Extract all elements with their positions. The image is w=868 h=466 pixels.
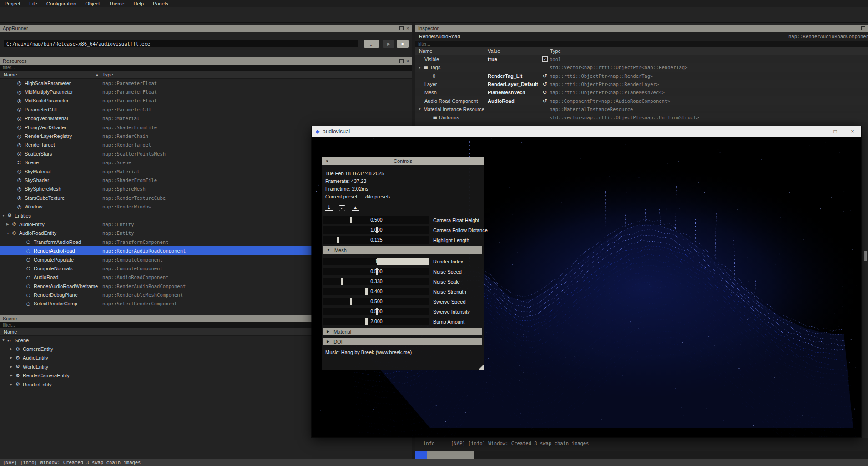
menu-item[interactable]: Theme	[109, 1, 124, 6]
property-row[interactable]: ▼ ≡ Material Instance Resource ✓ ↺ nap::…	[415, 105, 868, 113]
panel-resize-grip[interactable]	[478, 364, 484, 370]
expand-arrow-icon[interactable]: ▼	[418, 107, 424, 111]
column-name[interactable]: Name	[4, 329, 17, 334]
panel-resize-handle[interactable]: ······	[0, 53, 412, 56]
float-panel-icon[interactable]	[861, 26, 865, 30]
object-link-icon[interactable]: ↺	[542, 89, 547, 96]
column-type[interactable]: Type	[550, 48, 561, 54]
expand-arrow-icon[interactable]: ▶	[10, 365, 15, 369]
circle-icon	[26, 248, 34, 253]
property-value[interactable]: AudioRoad	[488, 98, 515, 104]
slider-track[interactable]: 0.500	[323, 268, 429, 275]
controls-section-header[interactable]: ▼ Controls	[322, 157, 484, 165]
window-title-bar[interactable]: ◆ audiovisual – □ ×	[312, 126, 861, 137]
menu-item[interactable]: Project	[5, 1, 20, 6]
slider-track[interactable]: 0.400	[323, 288, 429, 295]
property-value[interactable]: true	[488, 56, 497, 62]
property-row[interactable]: ≡ Audio Road Component AudioRoad ✓ ↺ nap…	[415, 96, 868, 105]
audiovisual-app-window[interactable]: ◆ audiovisual – □ ×	[312, 126, 861, 437]
executable-path-field[interactable]: C:/naivi/nap/bin/Release-x86_64/audiovis…	[4, 40, 358, 47]
slider-track[interactable]: 0.125	[323, 236, 429, 244]
panel-tab[interactable]	[427, 451, 439, 459]
slider-track[interactable]: 0.500	[323, 216, 429, 224]
property-row[interactable]: ≡ 0 RenderTag_Lit ✓ ↺ nap::rtti::ObjectP…	[415, 72, 868, 80]
property-row[interactable]: ≡ Layer RenderLayer_Default ✓ ↺ nap::rtt…	[415, 80, 868, 88]
edit-preset-icon[interactable]: ↙	[339, 205, 345, 211]
expand-arrow-icon[interactable]: ▶	[10, 356, 15, 360]
property-row[interactable]: ≡ Uniforms ✓ ↺ std::vector<nap::rtti::Ob…	[415, 113, 868, 122]
save-preset-icon[interactable]: ↓	[325, 205, 333, 211]
menu-item[interactable]: Panels	[153, 1, 168, 6]
inspector-filter-input[interactable]: filter...	[415, 41, 868, 47]
log-message[interactable]: [NAP] [info] Window: Created 3 swap chai…	[451, 441, 589, 446]
slider-track[interactable]: 0.500	[323, 308, 429, 315]
expand-arrow-icon[interactable]: ▼	[2, 214, 7, 217]
collapse-arrow-icon[interactable]: ▼	[327, 248, 330, 252]
resource-row[interactable]: PhongVec4Material nap::Material	[0, 114, 412, 123]
object-link-icon[interactable]: ↺	[542, 73, 547, 79]
float-panel-icon[interactable]	[399, 26, 404, 30]
menu-item[interactable]: File	[29, 1, 37, 6]
inspector-column-header[interactable]: Name Value Type	[415, 47, 868, 55]
column-type[interactable]: Type	[102, 72, 113, 77]
object-link-icon[interactable]: ↺	[542, 98, 547, 104]
resources-filter-input[interactable]: filter...	[0, 65, 412, 71]
menu-item[interactable]: Help	[133, 1, 144, 6]
column-name[interactable]: Name	[4, 72, 17, 77]
eject-preset-icon[interactable]: ▲	[352, 205, 359, 211]
dof-section-header[interactable]: ▶ DOF	[323, 338, 482, 345]
checkbox-checked-icon[interactable]: ✓	[542, 56, 548, 62]
circle-icon	[26, 293, 34, 298]
column-name[interactable]: Name	[419, 48, 432, 54]
close-button[interactable]: ×	[844, 126, 861, 137]
close-panel-icon[interactable]: ×	[406, 60, 409, 63]
mesh-section-header[interactable]: ▼ Mesh	[323, 246, 482, 254]
expand-arrow-icon[interactable]: ▶	[6, 223, 12, 226]
object-link-icon[interactable]: ↺	[542, 81, 547, 87]
slider-track[interactable]: 0.330	[323, 278, 429, 285]
resource-row[interactable]: MidScaleParameter nap::ParameterFloat	[0, 96, 412, 105]
panel-tab[interactable]	[439, 451, 451, 459]
menu-item[interactable]: Object	[85, 1, 100, 6]
expand-arrow-icon[interactable]: ▶	[10, 383, 15, 386]
panel-tab[interactable]	[463, 451, 474, 459]
stop-app-button[interactable]: ■	[397, 40, 409, 48]
resource-row[interactable]: ParameterGUI nap::ParameterGUI	[0, 105, 412, 114]
expand-arrow-icon[interactable]: ▶	[327, 329, 329, 334]
property-row[interactable]: ≡ Visible true ✓ ↺ bool	[415, 55, 868, 63]
inspector-scrollbar[interactable]	[864, 251, 867, 261]
resource-row[interactable]: MidMultiplyParameter nap::ParameterFloat	[0, 87, 412, 96]
panel-tab[interactable]	[451, 451, 463, 459]
expand-arrow-icon[interactable]: ▼	[6, 232, 12, 235]
render-viewport[interactable]: ▼ Controls Tue Feb 18 16:37:48 2025 Fram…	[312, 137, 861, 437]
property-value[interactable]: RenderLayer_Default	[488, 81, 538, 87]
expand-arrow-icon[interactable]: ▼	[2, 339, 7, 342]
controls-overlay-panel[interactable]: ▼ Controls Tue Feb 18 16:37:48 2025 Fram…	[322, 157, 484, 370]
resources-column-header[interactable]: Name ▲ Type	[0, 71, 412, 79]
expand-arrow-icon[interactable]: ▶	[10, 374, 15, 377]
slider-track[interactable]: 2.000	[323, 318, 429, 325]
resource-row[interactable]: HighScaleParameter nap::ParameterFloat	[0, 79, 412, 87]
panel-tab[interactable]	[415, 451, 427, 459]
minimize-button[interactable]: –	[809, 126, 827, 137]
slider-track[interactable]: 1.000	[323, 226, 429, 234]
column-value[interactable]: Value	[488, 48, 500, 54]
run-app-button[interactable]: ▶	[383, 40, 394, 48]
hex-icon	[17, 81, 25, 86]
property-row[interactable]: ▼ ≡ Tags ✓ ↺ std::vector<nap::rtti::Obje…	[415, 63, 868, 71]
expand-arrow-icon[interactable]: ▶	[327, 339, 329, 344]
expand-arrow-icon[interactable]: ▶	[10, 347, 15, 351]
float-panel-icon[interactable]	[399, 59, 404, 63]
slider-track[interactable]: 0.500	[323, 298, 429, 305]
slider-track[interactable]: 1	[323, 258, 429, 265]
maximize-button[interactable]: □	[827, 126, 844, 137]
property-value[interactable]: PlaneMeshVec4	[488, 90, 525, 95]
property-value[interactable]: RenderTag_Lit	[488, 73, 522, 79]
property-row[interactable]: ≡ Mesh PlaneMeshVec4 ✓ ↺ nap::rtti::Obje…	[415, 88, 868, 96]
preset-selector[interactable]: ‹No preset›	[365, 193, 390, 201]
close-panel-icon[interactable]: ×	[406, 27, 409, 30]
menu-item[interactable]: Configuration	[46, 1, 76, 6]
expand-arrow-icon[interactable]: ▼	[418, 66, 424, 69]
material-section-header[interactable]: ▶ Material	[323, 328, 482, 335]
browse-exe-button[interactable]: ...	[364, 40, 379, 48]
